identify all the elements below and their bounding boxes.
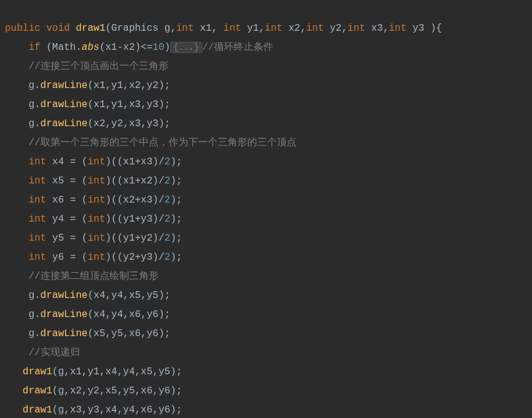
code-editor[interactable]: public void draw1(Graphics g,int x1, int… [0, 0, 532, 418]
method-call: draw1 [23, 366, 52, 377]
line-13: int y6 = (int)((y2+y3)/2); [5, 252, 182, 263]
comment: //取第一个三角形的三个中点，作为下一个三角形的三个顶点 [28, 137, 296, 148]
text: ); [170, 214, 182, 225]
keyword-int: int [28, 233, 46, 244]
method-call: draw1 [23, 385, 52, 396]
line-14: //连接第二组顶点绘制三角形 [5, 271, 159, 282]
cast-int: int [87, 214, 105, 225]
param-y3: y3 [413, 23, 424, 34]
code-fold-marker[interactable]: {...} [170, 42, 202, 53]
keyword-int: int [28, 195, 46, 206]
line-6: g.drawLine(x2,y2,x3,y3); [5, 118, 170, 129]
text: ); [170, 233, 182, 244]
cast-int: int [87, 195, 105, 206]
args: (x1,y1,x2,y2); [87, 80, 170, 91]
method-call: drawLine [41, 80, 88, 91]
args: (x4,y4,x5,y5); [87, 290, 170, 301]
method-call: drawLine [41, 309, 88, 320]
method-call: drawLine [41, 290, 88, 301]
comment: //连接第二组顶点绘制三角形 [28, 271, 158, 282]
number-literal: 2 [164, 175, 170, 187]
keyword-int: int [306, 23, 324, 34]
text: (Math. [41, 42, 82, 53]
paren-open: ( [105, 23, 111, 34]
comment: //连接三个顶点画出一个三角形 [28, 61, 168, 72]
line-8: int x4 = (int)((x1+x3)/2); [5, 156, 182, 167]
args: (g,x3,y3,x4,y4,x6,y6); [52, 404, 182, 416]
text: )((x1+x3)/ [105, 156, 164, 167]
number-literal: 2 [164, 214, 170, 225]
static-method-abs: abs [82, 42, 100, 53]
keyword-void: void [46, 23, 69, 34]
line-15: g.drawLine(x4,y4,x5,y5); [5, 290, 170, 301]
comment: //实现递归 [28, 347, 79, 358]
text: ); [170, 195, 182, 206]
args: (x2,y2,x3,y3); [87, 118, 170, 129]
cast-int: int [87, 156, 105, 167]
args: (x1,y1,x3,y3); [87, 99, 170, 110]
line-4: g.drawLine(x1,y1,x2,y2); [5, 80, 170, 91]
line-5: g.drawLine(x1,y1,x3,y3); [5, 99, 170, 110]
text: ); [170, 252, 182, 263]
comment: //循环终止条件 [202, 42, 273, 53]
number-literal: 2 [164, 156, 170, 167]
text: x6 = ( [46, 195, 87, 206]
number-literal: 2 [164, 195, 170, 206]
method-call: drawLine [41, 328, 88, 339]
line-1: public void draw1(Graphics g,int x1, int… [5, 23, 442, 34]
method-call: drawLine [41, 99, 88, 110]
text: g. [28, 290, 40, 301]
text: x4 = ( [46, 156, 87, 167]
text: y6 = ( [46, 252, 87, 263]
line-2: if (Math.abs(x1-x2)<=10){...}//循环终止条件 [5, 42, 273, 53]
keyword-int: int [177, 23, 194, 34]
text: ) [164, 42, 170, 53]
method-call: drawLine [41, 118, 88, 129]
method-call: draw1 [23, 404, 52, 416]
args: (g,x2,y2,x5,y5,x6,y6); [52, 385, 182, 396]
line-9: int x5 = (int)((x1+x2)/2); [5, 175, 182, 187]
param-x1: x1 [200, 23, 212, 34]
text: )((y1+y3)/ [105, 214, 164, 225]
method-name: draw1 [76, 23, 105, 34]
number-literal: 2 [164, 233, 170, 244]
param-y2: y2 [330, 23, 341, 34]
text: )((y1+y2)/ [105, 233, 164, 244]
keyword-int: int [28, 175, 46, 187]
text: ); [170, 156, 182, 167]
paren-close: ){ [424, 23, 442, 34]
text: )((y2+y3)/ [105, 252, 164, 263]
line-10: int x6 = (int)((x2+x3)/2); [5, 195, 182, 206]
line-19: draw1(g,x1,y1,x4,y4,x5,y5); [5, 366, 182, 377]
keyword-public: public [5, 23, 41, 34]
cast-int: int [87, 175, 105, 187]
param-g: g [164, 23, 170, 34]
line-17: g.drawLine(x5,y5,x6,y6); [5, 328, 170, 339]
param-y1: y1 [247, 23, 259, 34]
keyword-int: int [223, 23, 241, 34]
text: )((x1+x2)/ [105, 175, 164, 187]
keyword-int: int [389, 23, 407, 34]
number-literal: 10 [153, 42, 164, 53]
keyword-int: int [265, 23, 283, 34]
type-graphics: Graphics [111, 23, 159, 34]
line-18: //实现递归 [5, 347, 80, 358]
text: ); [170, 175, 182, 187]
cast-int: int [87, 233, 105, 244]
line-11: int y4 = (int)((y1+y3)/2); [5, 214, 182, 225]
line-3: //连接三个顶点画出一个三角形 [5, 61, 169, 72]
keyword-int: int [28, 214, 46, 225]
cast-int: int [87, 252, 105, 263]
line-12: int y5 = (int)((y1+y2)/2); [5, 233, 182, 244]
text: x5 = ( [46, 175, 87, 187]
line-20: draw1(g,x2,y2,x5,y5,x6,y6); [5, 385, 182, 396]
keyword-if: if [28, 42, 40, 53]
args: (x4,y4,x6,y6); [87, 309, 170, 320]
args: (g,x1,y1,x4,y4,x5,y5); [52, 366, 182, 377]
args: (x5,y5,x6,y6); [87, 328, 170, 339]
param-x3: x3 [371, 23, 383, 34]
keyword-int: int [28, 252, 46, 263]
line-7: //取第一个三角形的三个中点，作为下一个三角形的三个顶点 [5, 137, 296, 148]
number-literal: 2 [164, 252, 170, 263]
line-16: g.drawLine(x4,y4,x6,y6); [5, 309, 170, 320]
